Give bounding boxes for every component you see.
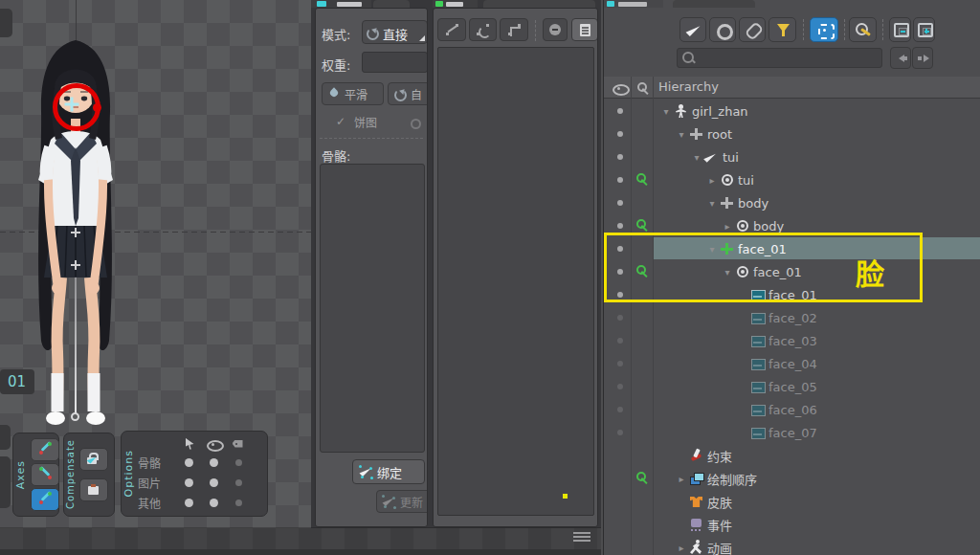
attachment-button[interactable] <box>739 17 766 42</box>
visibility-dot[interactable] <box>617 361 623 366</box>
chevron-right-icon[interactable] <box>721 221 734 232</box>
tree-row-skins[interactable]: 皮肤 <box>604 490 980 513</box>
pie-checkbox[interactable]: 饼图 <box>335 114 377 130</box>
graph-area[interactable] <box>437 47 594 516</box>
inactive-tab[interactable] <box>483 0 595 8</box>
visibility-dot[interactable] <box>617 200 623 206</box>
remove-button[interactable] <box>543 18 568 41</box>
images-visibility-toggle[interactable] <box>210 478 218 487</box>
bones-select-toggle[interactable] <box>185 458 193 467</box>
bone-crosshair[interactable] <box>71 260 80 270</box>
compensate-label: Compensate <box>64 437 77 511</box>
select-tool-button[interactable] <box>679 17 706 42</box>
weights-panel: 模式: 直接 权重: 平滑 自 饼图 叠 骨骼: 绑定 <box>315 8 428 527</box>
visibility-dot[interactable] <box>617 384 623 389</box>
tree-row[interactable]: root <box>604 122 980 145</box>
tree-row[interactable]: face_07 <box>604 421 980 444</box>
images-label-toggle[interactable] <box>235 479 242 486</box>
annotation-red-arrow-dot <box>93 103 101 112</box>
graph-point[interactable] <box>563 494 568 499</box>
frame-selection-button[interactable] <box>810 17 838 42</box>
visibility-dot[interactable] <box>617 338 623 344</box>
circle-tool-button[interactable] <box>709 17 736 42</box>
find-edit-button[interactable] <box>849 17 877 42</box>
bind-button[interactable]: 绑定 <box>352 459 425 484</box>
tree-row[interactable]: face_05 <box>604 375 980 398</box>
search-next-button[interactable] <box>912 47 933 69</box>
tree-row-events[interactable]: 事件 <box>604 513 980 536</box>
visibility-dot[interactable] <box>617 108 623 114</box>
visibility-dot[interactable] <box>617 315 623 321</box>
tree-row[interactable]: tui <box>604 145 980 168</box>
chevron-right-icon[interactable] <box>675 543 688 553</box>
circle-minus-icon <box>547 22 564 37</box>
tree-row[interactable]: face_04 <box>604 352 980 375</box>
chevron-down-icon[interactable] <box>659 106 673 117</box>
chevron-right-icon[interactable] <box>705 175 719 186</box>
images-select-toggle[interactable] <box>185 478 193 487</box>
auto-button[interactable]: 自 <box>388 82 428 105</box>
linear-curve-button[interactable] <box>437 18 466 41</box>
filter-button[interactable] <box>768 17 796 42</box>
chevron-down-icon[interactable] <box>675 129 688 140</box>
update-button[interactable]: 更新 <box>376 490 428 513</box>
others-select-toggle[interactable] <box>185 499 193 507</box>
tree-row-draw-order[interactable]: 绘制顺序 <box>604 467 980 490</box>
hierarchy-header: Hierarchy <box>604 77 980 99</box>
properties-toggle-button[interactable] <box>571 18 598 41</box>
tree-row[interactable]: face_03 <box>604 329 980 352</box>
smooth-button[interactable]: 平滑 <box>322 82 384 105</box>
toolbar-separator <box>535 20 536 41</box>
chevron-down-icon[interactable] <box>705 198 719 209</box>
bottom-shade <box>0 527 601 549</box>
tree-row[interactable]: face_02 <box>604 306 980 329</box>
stepped-curve-button[interactable] <box>500 18 528 41</box>
direct-mode-icon <box>365 25 381 40</box>
smooth-curve-button[interactable] <box>469 18 497 41</box>
image-icon <box>749 333 766 348</box>
compensate-transform-button[interactable] <box>79 448 108 471</box>
panel-resize-grip[interactable] <box>573 532 590 544</box>
paperclip-icon <box>745 22 761 37</box>
bones-listbox[interactable] <box>320 164 425 453</box>
option-row-images: 图片 <box>138 475 176 491</box>
bone-crosshair[interactable] <box>71 228 80 237</box>
chevron-right-icon[interactable] <box>675 474 688 484</box>
visibility-dot[interactable] <box>617 223 623 229</box>
chevron-down-icon[interactable] <box>690 152 703 163</box>
brush-icon <box>684 21 701 36</box>
tree-row-animations[interactable]: 动画 <box>604 536 980 555</box>
tree-row[interactable]: body <box>604 191 980 214</box>
axes-mode-button-1[interactable] <box>31 438 59 461</box>
visibility-dot[interactable] <box>617 131 623 137</box>
expand-all-button[interactable] <box>913 17 935 42</box>
graph-tab-icon <box>435 1 443 7</box>
compensate-image-button[interactable] <box>79 478 108 501</box>
visibility-dot[interactable] <box>617 154 623 160</box>
inactive-tab[interactable] <box>373 0 410 8</box>
others-label-toggle[interactable] <box>235 500 242 506</box>
tag-icon <box>231 436 247 452</box>
bones-visibility-toggle[interactable] <box>210 458 218 467</box>
tree-row[interactable]: girl_zhan <box>604 100 980 122</box>
pose-axes-icon <box>37 466 54 481</box>
visibility-dot[interactable] <box>617 407 623 412</box>
skeleton-icon <box>673 103 689 119</box>
axes-mode-button-3[interactable] <box>31 488 59 511</box>
tree-row-constraints[interactable]: 约束 <box>604 444 980 467</box>
others-visibility-toggle[interactable] <box>210 499 218 507</box>
visibility-dot[interactable] <box>617 430 623 435</box>
search-input[interactable] <box>677 48 882 68</box>
axes-mode-button-2[interactable] <box>31 463 59 486</box>
tree-row[interactable]: tui <box>604 168 980 191</box>
bones-label-toggle[interactable] <box>235 459 242 466</box>
visibility-dot[interactable] <box>617 177 623 183</box>
weight-input[interactable] <box>362 52 428 73</box>
collapse-all-button[interactable] <box>889 17 911 42</box>
search-prev-button[interactable] <box>890 47 911 69</box>
tree-row[interactable]: face_06 <box>604 398 980 421</box>
inactive-tab[interactable] <box>673 0 755 8</box>
additive-checkbox[interactable]: 叠 <box>408 114 428 130</box>
image-icon <box>749 356 766 371</box>
mode-dropdown[interactable]: 直接 <box>362 20 428 44</box>
